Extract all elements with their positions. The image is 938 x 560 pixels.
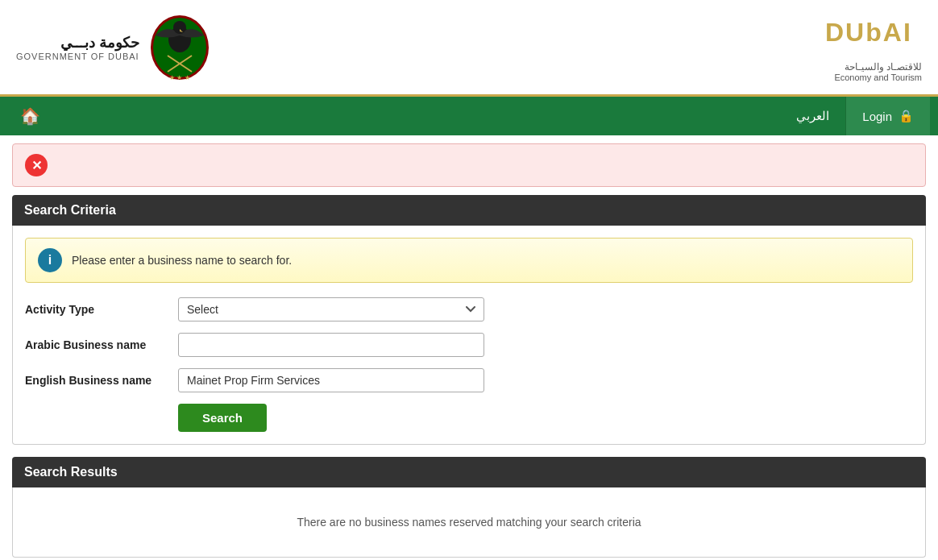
english-name-input[interactable]: [178, 368, 484, 392]
lock-icon: 🔒: [899, 109, 914, 123]
arabic-name-label: Arabic Business name: [25, 338, 170, 351]
error-banner: ✕: [12, 143, 926, 187]
home-icon: 🏠: [20, 106, 40, 126]
arabic-name-row: Arabic Business name: [25, 333, 913, 357]
search-criteria-header: Search Criteria: [12, 195, 926, 226]
info-box: i Please enter a business name to search…: [25, 238, 913, 283]
arabic-name-input[interactable]: [178, 333, 484, 357]
gov-english-text: GOVERNMENT OF DUBAI: [16, 52, 139, 61]
dubai-logo: DUbAI للاقتصـاد والسيـاحة Economy and To…: [825, 13, 922, 82]
no-results-message: There are no business names reserved mat…: [25, 500, 913, 545]
activity-type-select[interactable]: Select: [178, 297, 484, 321]
coat-of-arms: ★ ★ ★: [147, 11, 212, 84]
search-criteria-section: Search Criteria i Please enter a busines…: [12, 195, 926, 445]
login-label: Login: [862, 110, 892, 123]
search-results-section: Search Results There are no business nam…: [12, 457, 926, 558]
svg-text:DUbAI: DUbAI: [825, 18, 912, 47]
activity-type-label: Activity Type: [25, 303, 170, 316]
gov-arabic-text: حكومة دبـــي: [16, 34, 139, 52]
dubai-arabic-sub: للاقتصـاد والسيـاحة: [825, 61, 922, 73]
error-icon: ✕: [25, 154, 48, 176]
info-i-icon: i: [48, 253, 52, 268]
search-button[interactable]: Search: [178, 404, 267, 432]
page-header: حكومة دبـــي GOVERNMENT OF DUBAI: [0, 0, 938, 97]
info-icon: i: [38, 248, 62, 272]
svg-text:★ ★ ★: ★ ★ ★: [169, 74, 189, 81]
search-button-row: Search: [25, 404, 913, 432]
no-results-text: There are no business names reserved mat…: [297, 516, 641, 529]
search-results-header: Search Results: [12, 457, 926, 487]
search-criteria-title: Search Criteria: [24, 203, 116, 217]
navbar: 🏠 العربي Login 🔒: [0, 97, 938, 135]
login-button[interactable]: Login 🔒: [845, 97, 930, 135]
activity-type-row: Activity Type Select: [25, 297, 913, 321]
search-results-title: Search Results: [24, 465, 118, 479]
gov-text: حكومة دبـــي GOVERNMENT OF DUBAI: [16, 34, 139, 61]
dubai-english-sub: Economy and Tourism: [825, 73, 922, 82]
info-message: Please enter a business name to search f…: [72, 254, 292, 267]
english-name-row: English Business name: [25, 368, 913, 392]
search-results-body: There are no business names reserved mat…: [12, 487, 926, 558]
arabic-language-button[interactable]: العربي: [780, 109, 845, 123]
error-x-icon: ✕: [31, 158, 42, 173]
english-name-label: English Business name: [25, 374, 170, 387]
search-criteria-body: i Please enter a business name to search…: [12, 226, 926, 445]
svg-point-3: [173, 21, 186, 34]
header-left: حكومة دبـــي GOVERNMENT OF DUBAI: [16, 11, 212, 84]
home-nav-button[interactable]: 🏠: [8, 106, 52, 126]
